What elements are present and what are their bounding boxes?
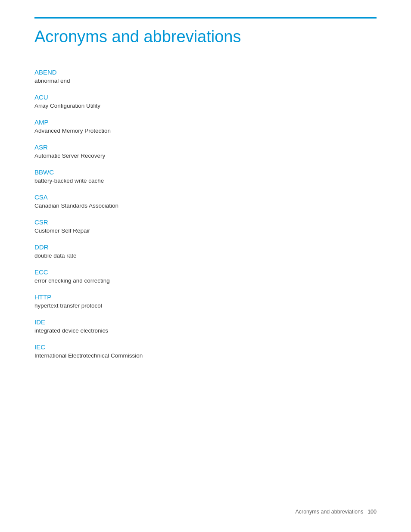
acronym-entry: ASRAutomatic Server Recovery bbox=[34, 143, 377, 159]
acronym-term: IEC bbox=[34, 343, 377, 351]
acronym-entry: ABENDabnormal end bbox=[34, 68, 377, 84]
acronym-term: ABEND bbox=[34, 68, 377, 76]
acronym-term: ASR bbox=[34, 143, 377, 151]
acronym-definition: International Electrotechnical Commissio… bbox=[34, 352, 377, 359]
acronym-definition: hypertext transfer protocol bbox=[34, 302, 377, 309]
page-title: Acronyms and abbreviations bbox=[34, 27, 377, 47]
acronym-entry: AMPAdvanced Memory Protection bbox=[34, 118, 377, 134]
acronym-term: HTTP bbox=[34, 293, 377, 301]
acronym-entry: IDEintegrated device electronics bbox=[34, 318, 377, 334]
acronym-definition: double data rate bbox=[34, 252, 377, 259]
acronym-term: AMP bbox=[34, 118, 377, 126]
acronym-definition: abnormal end bbox=[34, 78, 377, 84]
acronym-term: DDR bbox=[34, 243, 377, 251]
acronym-entry: CSRCustomer Self Repair bbox=[34, 218, 377, 234]
acronym-list: ABENDabnormal endACUArray Configuration … bbox=[34, 68, 377, 368]
acronym-definition: Advanced Memory Protection bbox=[34, 128, 377, 134]
acronym-definition: Customer Self Repair bbox=[34, 227, 377, 234]
acronym-entry: CSACanadian Standards Association bbox=[34, 193, 377, 209]
page-container: Acronyms and abbreviations ABENDabnormal… bbox=[0, 0, 411, 532]
acronym-definition: Automatic Server Recovery bbox=[34, 152, 377, 159]
acronym-entry: ECCerror checking and correcting bbox=[34, 268, 377, 284]
acronym-definition: integrated device electronics bbox=[34, 327, 377, 334]
acronym-entry: HTTPhypertext transfer protocol bbox=[34, 293, 377, 309]
footer-page-number: 100 bbox=[367, 509, 377, 515]
acronym-entry: ACUArray Configuration Utility bbox=[34, 93, 377, 109]
acronym-definition: error checking and correcting bbox=[34, 277, 377, 284]
acronym-term: ECC bbox=[34, 268, 377, 276]
acronym-entry: IECInternational Electrotechnical Commis… bbox=[34, 343, 377, 359]
acronym-term: IDE bbox=[34, 318, 377, 326]
acronym-definition: Array Configuration Utility bbox=[34, 103, 377, 109]
acronym-term: ACU bbox=[34, 93, 377, 101]
acronym-term: CSA bbox=[34, 193, 377, 201]
acronym-entry: DDRdouble data rate bbox=[34, 243, 377, 259]
page-footer: Acronyms and abbreviations 100 bbox=[295, 509, 377, 515]
acronym-definition: battery-backed write cache bbox=[34, 177, 377, 184]
top-border-line bbox=[34, 17, 377, 19]
acronym-definition: Canadian Standards Association bbox=[34, 202, 377, 209]
acronym-term: CSR bbox=[34, 218, 377, 226]
acronym-term: BBWC bbox=[34, 168, 377, 176]
acronym-entry: BBWCbattery-backed write cache bbox=[34, 168, 377, 184]
footer-label: Acronyms and abbreviations bbox=[295, 509, 363, 515]
